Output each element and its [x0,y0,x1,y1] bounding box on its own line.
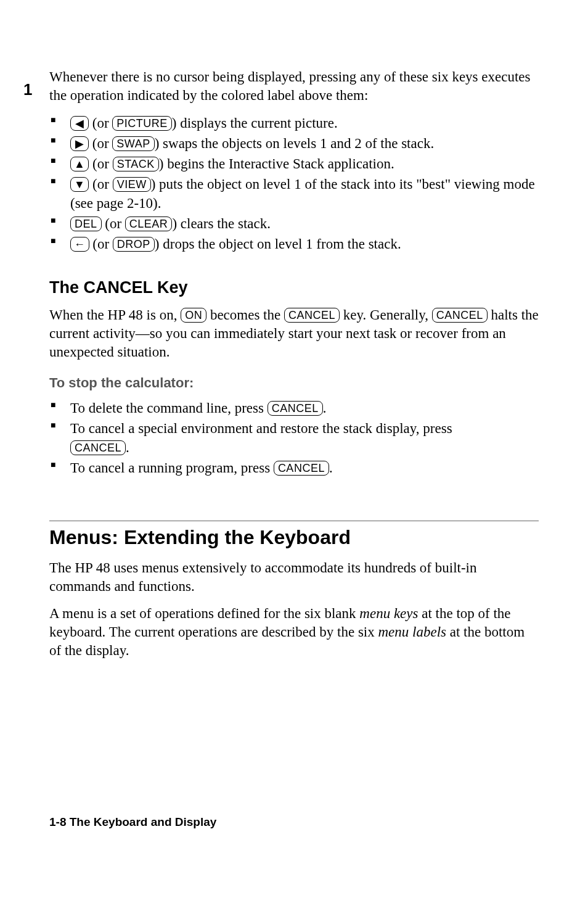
cancel-key: CANCEL [267,401,323,416]
label-key: STACK [113,157,159,171]
procedure-heading: To stop the calculator: [49,375,539,391]
cancel-key-paragraph: When the HP 48 is on, ON becomes the CAN… [49,306,539,361]
menus-paragraph-2: A menu is a set of operations defined fo… [49,604,539,660]
list-item: DEL (or CLEAR) clears the stack. [49,214,539,233]
chapter-number: 1 [23,80,32,99]
list-item: To delete the command line, press CANCEL… [49,398,539,418]
list-item: ← (or DROP) drops the object on level 1 … [49,234,539,254]
list-item: ▶ (or SWAP) swaps the objects on levels … [49,134,539,153]
list-item: To cancel a running program, press CANCE… [49,458,539,477]
page-footer: 1-8 The Keyboard and Display [49,815,216,829]
menus-heading: Menus: Extending the Keyboard [49,526,539,549]
section-divider [49,521,539,521]
on-key: ON [181,308,206,323]
list-item: To cancel a special environment and rest… [49,419,539,457]
italic-term: menu keys [359,606,418,621]
cancel-key: CANCEL [70,440,126,455]
arrow-key-icon: ▼ [70,177,89,192]
cancel-key: CANCEL [284,308,340,323]
key-function-list: ◀ (or PICTURE) displays the current pict… [49,113,539,254]
list-item: ◀ (or PICTURE) displays the current pict… [49,113,539,133]
label-key: VIEW [113,177,151,192]
text-segment: becomes the [206,307,284,323]
italic-term: menu labels [378,624,447,640]
intro-paragraph: Whenever there is no cursor being displa… [49,68,539,105]
label-key: SWAP [112,136,154,151]
cancel-key-heading: The CANCEL Key [49,278,539,297]
stop-calculator-list: To delete the command line, press CANCEL… [49,398,539,477]
arrow-key-icon: ← [70,237,89,252]
label-key: DROP [113,237,155,252]
list-item: ▲ (or STACK) begins the Interactive Stac… [49,154,539,173]
label-key: CLEAR [125,216,173,231]
arrow-key-icon: ▶ [70,136,89,151]
cancel-key: CANCEL [432,308,488,323]
label-key: PICTURE [112,116,172,131]
arrow-key-icon: ▲ [70,157,89,171]
list-item: ▼ (or VIEW) puts the object on level 1 o… [49,175,539,213]
text-segment: When the HP 48 is on, [49,307,181,323]
cancel-key: CANCEL [274,461,329,476]
text-segment: A menu is a set of operations defined fo… [49,606,359,621]
menus-paragraph-1: The HP 48 uses menus extensively to acco… [49,559,539,596]
del-key: DEL [70,216,102,231]
text-segment: key. Generally, [340,307,432,323]
arrow-key-icon: ◀ [70,116,89,131]
